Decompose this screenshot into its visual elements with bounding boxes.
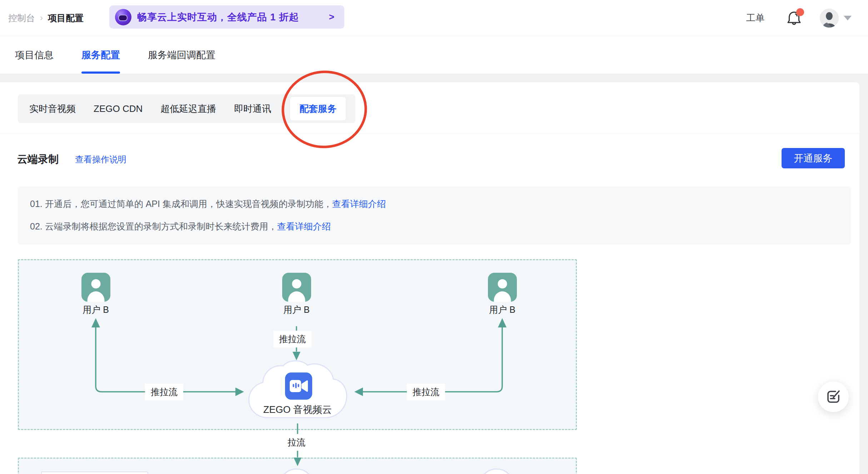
header-actions: 工单 xyxy=(746,0,852,36)
promo-banner-text: 畅享云上实时互动，全线产品 1 折起 xyxy=(137,11,299,24)
user-node-3 xyxy=(488,273,517,302)
breadcrumb-console[interactable]: 控制台 xyxy=(8,12,35,24)
tab-service-config[interactable]: 服务配置 xyxy=(81,36,120,74)
notification-badge xyxy=(796,8,804,16)
breadcrumb-chevron-icon: › xyxy=(40,13,43,23)
user-node-1 xyxy=(81,273,110,302)
cloud-label: ZEGO 音视频云 xyxy=(251,403,344,416)
user-label: 用户 B xyxy=(268,304,325,316)
note-1-detail-link[interactable]: 查看详细介绍 xyxy=(332,199,386,209)
avatar-person-icon xyxy=(820,9,839,28)
service-subtab-bar: 实时音视频 ZEGO CDN 超低延迟直播 即时通讯 配套服务 xyxy=(18,94,355,123)
subtab-rtc[interactable]: 实时音视频 xyxy=(29,103,76,115)
content-card: 实时音视频 ZEGO CDN 超低延迟直播 即时通讯 配套服务 云端录制 查看操… xyxy=(0,82,859,474)
notification-bell-button[interactable] xyxy=(787,10,801,26)
user-icon xyxy=(81,273,110,302)
service-notes: 01. 开通后，您可通过简单的 API 集成和调用，快速实现音视频的录制功能，查… xyxy=(18,187,851,245)
promo-mascot-icon xyxy=(115,9,131,25)
main-tab-bar: 项目信息 服务配置 服务端回调配置 xyxy=(0,36,868,74)
pull-stream-label: 拉流 xyxy=(282,434,311,451)
subtab-low-latency-live[interactable]: 超低延迟直播 xyxy=(160,103,216,115)
user-icon xyxy=(282,273,311,302)
tab-project-info[interactable]: 项目信息 xyxy=(15,36,54,74)
subtab-companion-services[interactable]: 配套服务 xyxy=(290,97,346,121)
note-1: 01. 开通后，您可通过简单的 API 集成和调用，快速实现音视频的录制功能，查… xyxy=(30,197,839,210)
page-title: 云端录制 xyxy=(17,152,59,167)
stream-label-left: 推拉流 xyxy=(145,384,183,400)
subtab-zego-cdn[interactable]: ZEGO CDN xyxy=(94,103,143,114)
user-node-2 xyxy=(282,273,311,302)
video-camera-icon xyxy=(285,372,312,400)
avatar[interactable] xyxy=(820,9,839,28)
note-2-text: 02. 云端录制将根据您设置的录制方式和录制时长来统计费用， xyxy=(30,221,277,231)
subtab-im[interactable]: 即时通讯 xyxy=(234,103,271,115)
top-header: 控制台 › 项目配置 畅享云上实时互动，全线产品 1 折起 > 工单 xyxy=(0,0,868,36)
user-label: 用户 B xyxy=(473,304,531,316)
edit-icon xyxy=(825,389,842,405)
breadcrumb-current: 项目配置 xyxy=(48,12,84,24)
breadcrumb: 控制台 › 项目配置 xyxy=(8,0,84,36)
user-label: 用户 B xyxy=(67,304,125,316)
feedback-button[interactable] xyxy=(818,381,849,412)
note-1-text: 01. 开通后，您可通过简单的 API 集成和调用，快速实现音视频的录制功能， xyxy=(30,199,332,209)
divider xyxy=(0,134,859,134)
diagram-record-node xyxy=(41,471,148,474)
promo-banner-arrow-icon: > xyxy=(329,11,334,23)
help-doc-link[interactable]: 查看操作说明 xyxy=(75,154,126,165)
note-2: 02. 云端录制将根据您设置的录制方式和录制时长来统计费用，查看详细介绍 xyxy=(30,220,839,233)
open-service-button[interactable]: 开通服务 xyxy=(782,148,845,168)
ticket-link[interactable]: 工单 xyxy=(746,12,765,24)
zego-cloud-node xyxy=(285,372,312,400)
note-2-detail-link[interactable]: 查看详细介绍 xyxy=(277,221,331,231)
user-icon xyxy=(488,273,517,302)
chevron-down-icon[interactable] xyxy=(844,16,852,20)
promo-banner[interactable]: 畅享云上实时互动，全线产品 1 折起 > xyxy=(109,5,344,29)
tab-server-callback-config[interactable]: 服务端回调配置 xyxy=(148,36,215,74)
stream-label-right: 推拉流 xyxy=(407,384,445,400)
stream-label-middle: 推拉流 xyxy=(273,331,311,347)
